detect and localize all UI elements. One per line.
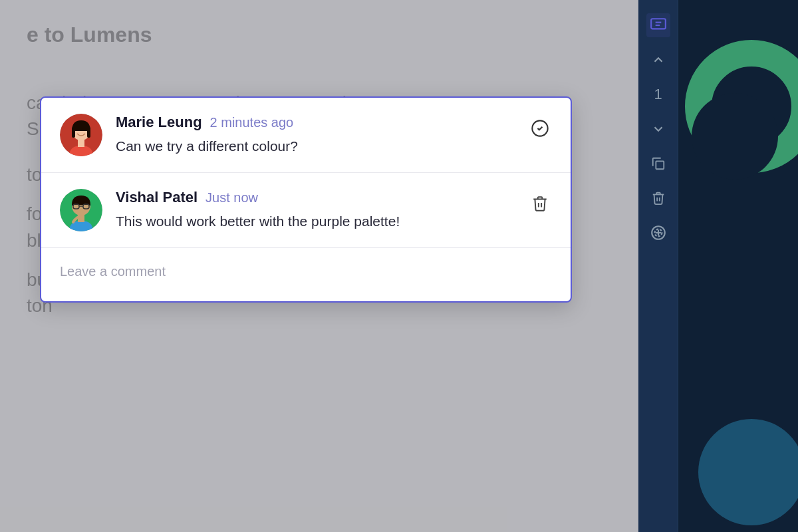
chevron-down-icon[interactable] — [646, 117, 670, 141]
svg-rect-3 — [656, 161, 664, 169]
svg-rect-10 — [72, 127, 75, 138]
marie-comment-body: Marie Leung 2 minutes ago Can we try a d… — [116, 114, 552, 156]
svg-rect-12 — [78, 139, 84, 147]
sidebar-tools: 1 — [638, 0, 678, 532]
comment-item-marie: Marie Leung 2 minutes ago Can we try a d… — [41, 98, 571, 173]
delete-tool-icon[interactable] — [646, 186, 670, 210]
comment-panel: Marie Leung 2 minutes ago Can we try a d… — [40, 96, 572, 303]
chevron-up-icon[interactable] — [646, 48, 670, 72]
add-circle-icon[interactable] — [646, 221, 670, 245]
svg-rect-0 — [651, 19, 666, 29]
vishal-comment-body: Vishal Patel Just now This would work be… — [116, 189, 552, 231]
vishal-name: Vishal Patel — [116, 189, 198, 206]
sidebar-decoration — [678, 0, 798, 532]
marie-name: Marie Leung — [116, 114, 202, 131]
vishal-comment-header: Vishal Patel Just now — [116, 189, 552, 206]
comment-item-vishal: Vishal Patel Just now This would work be… — [41, 173, 571, 248]
marie-comment-header: Marie Leung 2 minutes ago — [116, 114, 552, 131]
right-sidebar: 1 — [638, 0, 798, 532]
vishal-time: Just now — [205, 190, 258, 205]
vishal-avatar — [60, 189, 102, 231]
copy-icon[interactable] — [646, 152, 670, 176]
marie-avatar — [60, 114, 102, 156]
delete-action[interactable] — [528, 192, 552, 215]
check-circle-action[interactable] — [528, 116, 552, 140]
vishal-comment-text: This would work better with the purple p… — [116, 211, 552, 231]
comment-tool-icon[interactable] — [646, 13, 670, 37]
comment-input-area[interactable]: Leave a comment — [41, 248, 571, 301]
number-one-icon[interactable]: 1 — [646, 82, 670, 106]
marie-time: 2 minutes ago — [210, 115, 294, 130]
svg-rect-11 — [87, 127, 90, 138]
marie-comment-text: Can we try a different colour? — [116, 136, 552, 156]
